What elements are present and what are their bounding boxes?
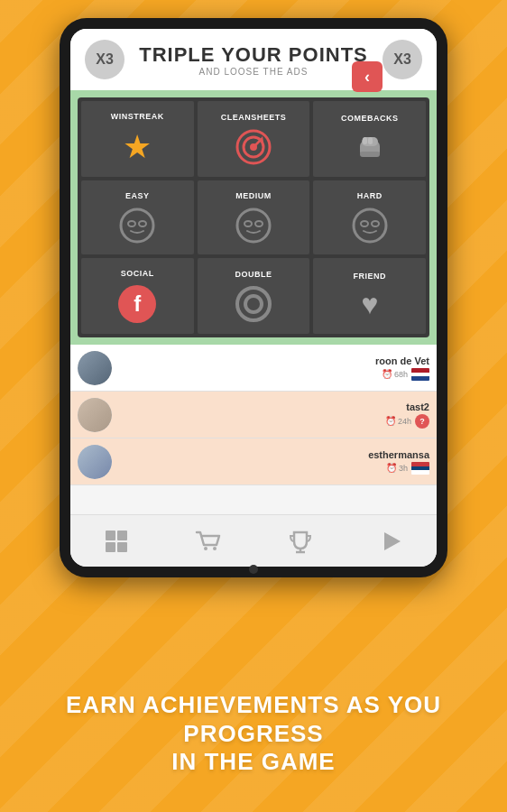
list-meta-esthermansa: ⏰3h: [119, 462, 429, 475]
svg-rect-20: [117, 531, 127, 540]
svg-rect-9: [368, 137, 373, 144]
bottom-text: EARN ACHIEVEMENTS AS YOU PROGRESS IN THE…: [0, 691, 507, 776]
svg-point-17: [361, 221, 368, 226]
achievement-label-cleansheets: CLEANSHEETS: [221, 113, 287, 122]
facebook-icon: f: [118, 285, 156, 323]
banner-title: TRIPLE YOUR POINTS: [139, 43, 368, 67]
time-esthermansa: ⏰3h: [386, 463, 408, 473]
back-button[interactable]: ‹: [352, 61, 383, 92]
tablet: X3 TRIPLE YOUR POINTS AND LOOSE THE ADS …: [60, 18, 447, 577]
achievement-label-hard: HARD: [357, 191, 383, 200]
achievement-label-winstreak: WINSTREAK: [111, 112, 164, 121]
svg-point-14: [244, 221, 252, 226]
clock-icon: ⏰: [382, 369, 392, 379]
clock-icon-esthermansa: ⏰: [386, 463, 397, 473]
nav-play-icon[interactable]: [379, 529, 404, 554]
double-circle-icon: [235, 286, 272, 322]
tablet-home-button: [249, 565, 258, 574]
achievement-label-social: SOCIAL: [121, 269, 154, 278]
achievement-cleansheets[interactable]: CLEANSHEETS: [198, 101, 310, 177]
face-medium-icon: [235, 208, 272, 244]
x3-badge-right: X3: [383, 40, 422, 79]
achievement-label-comebacks: COMEBACKS: [341, 114, 399, 123]
x3-badge-left: X3: [85, 40, 124, 79]
list-info-tast2: tast2 ⏰24h ?: [112, 401, 429, 429]
svg-rect-21: [106, 542, 115, 552]
heart-icon: ♥: [361, 288, 378, 321]
avatar-esthermansa: [78, 445, 112, 479]
achievement-label-easy: EASY: [125, 191, 150, 200]
banner-text: TRIPLE YOUR POINTS AND LOOSE THE ADS: [139, 43, 368, 77]
svg-rect-7: [360, 152, 380, 157]
svg-point-15: [255, 221, 263, 226]
grid-background: WINSTREAK ★ CLEANSHEETS: [70, 90, 437, 345]
nav-trophy-icon[interactable]: [288, 529, 313, 554]
banner-subtitle: AND LOOSE THE ADS: [139, 67, 368, 77]
flag-netherlands: [411, 368, 429, 381]
list-info-esthermansa: esthermansa ⏰3h: [112, 449, 429, 475]
list-item-tast2[interactable]: tast2 ⏰24h ?: [70, 392, 437, 438]
achievement-hard[interactable]: HARD: [313, 180, 426, 254]
bottom-headline-line2: IN THE GAME: [36, 748, 471, 776]
achievement-label-medium: MEDIUM: [235, 191, 272, 200]
bottom-nav: [70, 514, 437, 567]
bottom-headline-line1: EARN ACHIEVEMENTS AS YOU PROGRESS: [36, 691, 471, 747]
player-name-tast2: tast2: [119, 401, 429, 412]
svg-rect-19: [106, 531, 115, 540]
q-badge-tast2: ?: [415, 414, 429, 429]
face-easy-icon: [119, 208, 155, 244]
achievement-medium[interactable]: MEDIUM: [198, 180, 310, 254]
flag-serbia: [411, 462, 429, 475]
list-section: roon de Vet ⏰68h: [70, 345, 437, 514]
achievement-social[interactable]: SOCIAL f: [81, 258, 194, 334]
list-item-roon[interactable]: roon de Vet ⏰68h: [70, 345, 437, 392]
achievements-section: WINSTREAK ★ CLEANSHEETS: [70, 90, 437, 514]
target-icon: [235, 129, 272, 165]
achievements-grid: WINSTREAK ★ CLEANSHEETS: [78, 97, 429, 337]
clock-icon-tast2: ⏰: [385, 416, 396, 426]
svg-point-12: [139, 221, 146, 226]
svg-rect-22: [117, 542, 127, 552]
star-icon: ★: [123, 128, 152, 166]
main-content: WINSTREAK ★ CLEANSHEETS: [70, 90, 437, 567]
achievement-friend[interactable]: FRIEND ♥: [313, 258, 426, 334]
avatar-roon: [78, 351, 112, 385]
svg-point-11: [128, 221, 135, 226]
svg-rect-8: [363, 137, 367, 144]
svg-point-13: [237, 209, 270, 242]
svg-marker-27: [384, 532, 401, 550]
achievement-double[interactable]: DOUBLE: [198, 258, 310, 334]
player-name-roon: roon de Vet: [119, 355, 429, 366]
tablet-screen: X3 TRIPLE YOUR POINTS AND LOOSE THE ADS …: [70, 29, 437, 567]
avatar-tast2: [78, 398, 112, 432]
list-info-roon: roon de Vet ⏰68h: [112, 355, 429, 381]
glove-icon: [353, 130, 387, 164]
achievement-label-double: DOUBLE: [235, 270, 272, 279]
svg-point-18: [372, 221, 379, 226]
svg-point-23: [204, 547, 207, 550]
achievement-winstreak[interactable]: WINSTREAK ★: [81, 101, 194, 177]
achievement-comebacks[interactable]: COMEBACKS: [313, 101, 426, 177]
list-meta-roon: ⏰68h: [119, 368, 429, 381]
time-tast2: ⏰24h: [385, 416, 411, 426]
player-name-esthermansa: esthermansa: [119, 449, 429, 460]
top-banner: X3 TRIPLE YOUR POINTS AND LOOSE THE ADS …: [70, 29, 437, 90]
time-roon: ⏰68h: [382, 369, 408, 379]
svg-point-24: [213, 547, 217, 550]
svg-point-10: [121, 209, 153, 242]
nav-cart-icon[interactable]: [195, 529, 222, 554]
svg-point-16: [354, 209, 386, 242]
list-item-esthermansa[interactable]: esthermansa ⏰3h: [70, 438, 437, 485]
achievement-easy[interactable]: EASY: [81, 180, 194, 254]
list-meta-tast2: ⏰24h ?: [119, 414, 429, 429]
face-hard-icon: [352, 208, 388, 244]
nav-grid-icon[interactable]: [104, 529, 129, 554]
achievement-label-friend: FRIEND: [353, 272, 386, 281]
